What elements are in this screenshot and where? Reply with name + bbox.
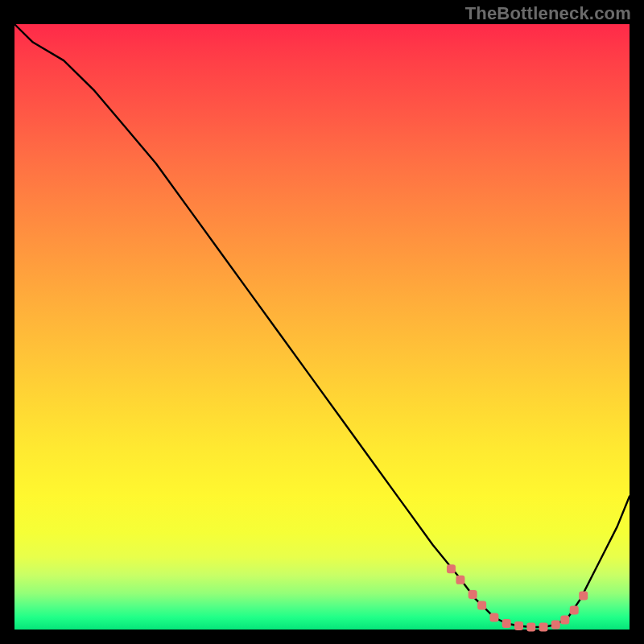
chart-overlay <box>14 24 630 630</box>
optimal-marker <box>502 619 511 628</box>
optimal-marker <box>551 620 560 629</box>
optimal-marker <box>539 622 548 631</box>
optimal-marker <box>570 605 579 614</box>
optimal-marker <box>469 590 477 599</box>
optimal-marker <box>489 613 498 621</box>
optimal-marker <box>579 591 588 600</box>
bottleneck-curve <box>14 24 630 627</box>
chart-container: TheBottleneck.com <box>0 0 644 644</box>
optimal-marker <box>526 622 535 631</box>
optimal-range-markers <box>447 564 588 631</box>
watermark-text: TheBottleneck.com <box>465 3 631 24</box>
optimal-marker <box>514 621 523 630</box>
optimal-marker <box>456 576 464 584</box>
optimal-marker <box>447 564 456 573</box>
optimal-marker <box>560 615 569 624</box>
optimal-marker <box>477 601 486 609</box>
